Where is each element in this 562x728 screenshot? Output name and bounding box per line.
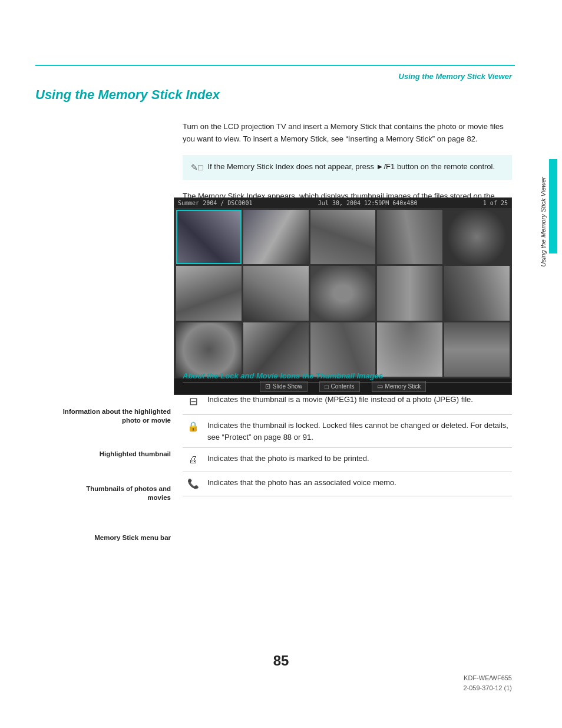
icon-row-voice: 📞 Indicates that the photo has an associ… (183, 472, 512, 496)
thumbnail-3[interactable] (310, 210, 376, 264)
label-highlighted: Highlighted thumbnail (100, 450, 171, 459)
top-decorative-line (35, 65, 515, 66)
page-main-title: Using the Memory Stick Index (35, 87, 220, 103)
lock-icon-cell: 🔒 (183, 415, 204, 448)
thumbnail-grid (174, 208, 511, 378)
footer: KDF-WE/WF655 2-059-370-12 (1) (463, 673, 512, 693)
footer-model: KDF-WE/WF655 (463, 673, 512, 683)
note-text: If the Memory Stick Index does not appea… (207, 161, 504, 173)
thumbnail-index-ui: Summer 2004 / DSC0001 Jul 30, 2004 12:59… (174, 197, 512, 395)
icons-section: About the Lock and Movie Icons the Thumb… (183, 371, 512, 496)
thumbnail-12[interactable] (243, 322, 309, 377)
thumb-file-info: Jul 30, 2004 12:59PM 640x480 (318, 200, 418, 206)
header-section-title: Using the Memory Stick Viewer (399, 72, 512, 81)
thumbnail-2[interactable] (243, 210, 309, 264)
thumbnail-9[interactable] (377, 266, 442, 320)
voice-description: Indicates that the photo has an associat… (204, 472, 512, 496)
voice-icon: 📞 (187, 479, 199, 489)
thumbnail-14[interactable] (377, 322, 442, 377)
thumb-header-bar: Summer 2004 / DSC0001 Jul 30, 2004 12:59… (174, 198, 511, 208)
thumbnail-6[interactable] (176, 266, 242, 320)
print-description: Indicates that the photo is marked to be… (204, 448, 512, 472)
note-box: ✎□ If the Memory Stick Index does not ap… (183, 155, 512, 180)
thumbnail-8[interactable] (310, 266, 376, 320)
print-icon-cell: 🖨 (183, 448, 204, 472)
icons-section-title: About the Lock and Movie Icons the Thumb… (183, 371, 512, 383)
label-info: Information about the highlightedphoto o… (63, 407, 171, 425)
voice-icon-cell: 📞 (183, 472, 204, 496)
lock-icon: 🔒 (187, 421, 199, 431)
intro-paragraph-1: Turn on the LCD projection TV and insert… (183, 121, 512, 146)
label-thumbnails: Thumbnails of photos andmovies (86, 485, 171, 502)
icon-descriptions-table: ⊟ Indicates the thumbnail is a movie (MP… (183, 389, 512, 496)
thumbnail-1-highlighted[interactable] (176, 210, 242, 264)
thumbnail-4[interactable] (377, 210, 442, 264)
thumb-folder-info: Summer 2004 / DSC0001 (178, 200, 252, 206)
thumbnail-15[interactable] (444, 322, 510, 377)
footer-part-number: 2-059-370-12 (1) (463, 683, 512, 693)
icon-row-lock: 🔒 Indicates the thumbnail is locked. Loc… (183, 415, 512, 448)
movie-icon: ⊟ (189, 396, 198, 407)
thumbnail-13[interactable] (310, 322, 376, 377)
movie-description: Indicates the thumbnail is a movie (MPEG… (204, 389, 512, 415)
thumbnail-10[interactable] (444, 266, 510, 320)
icon-row-print: 🖨 Indicates that the photo is marked to … (183, 448, 512, 472)
page-container: Using the Memory Stick Viewer Using the … (0, 0, 562, 728)
movie-icon-cell: ⊟ (183, 389, 204, 415)
note-icon: ✎□ (191, 162, 203, 174)
thumbnail-11[interactable] (176, 322, 242, 377)
print-icon: 🖨 (189, 454, 198, 465)
icon-row-movie: ⊟ Indicates the thumbnail is a movie (MP… (183, 389, 512, 415)
side-section-label: Using the Memory Stick Viewer (540, 177, 554, 267)
thumb-count: 1 of 25 (483, 200, 508, 206)
thumbnail-5[interactable] (444, 210, 510, 264)
page-number: 85 (273, 653, 289, 669)
thumbnail-7[interactable] (243, 266, 309, 320)
lock-description: Indicates the thumbnail is locked. Locke… (204, 415, 512, 448)
label-menubar: Memory Stick menu bar (94, 533, 171, 542)
